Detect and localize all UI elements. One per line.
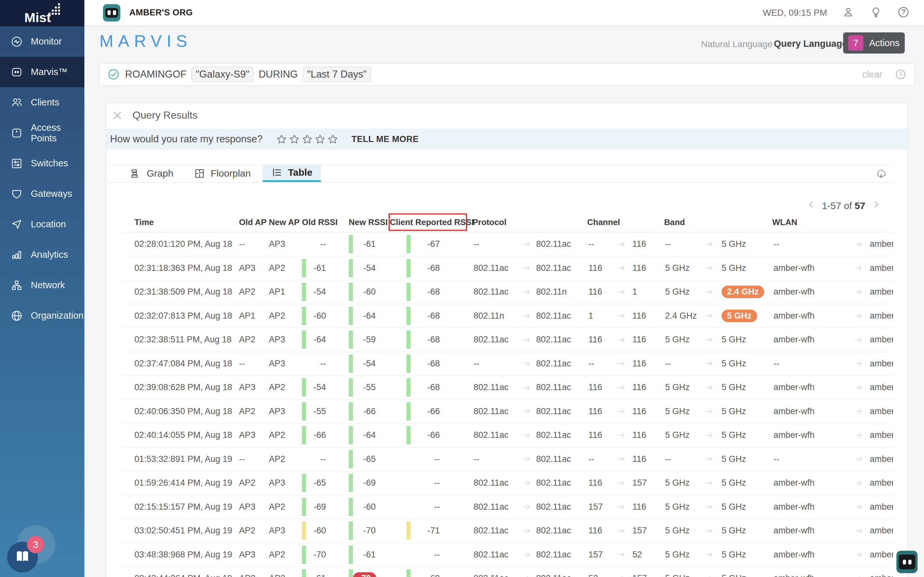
mode-natural-language[interactable]: Natural Language (701, 39, 772, 49)
transition-arrow-icon (696, 454, 722, 464)
transition-arrow-icon (847, 454, 870, 464)
transition-arrow-icon (847, 383, 870, 392)
org-avatar-bot-icon[interactable] (103, 4, 120, 21)
column-header-new-rssi[interactable]: New RSSI (349, 217, 388, 227)
sidebar-item-location[interactable]: Location (0, 209, 84, 239)
query-clear-button[interactable]: clear (862, 69, 882, 80)
sidebar-item-gateways[interactable]: Gateways (0, 179, 84, 209)
mist-logo[interactable]: Mist (0, 0, 84, 26)
column-header-protocol[interactable]: Protocol (473, 217, 506, 227)
person-icon[interactable] (842, 6, 855, 20)
cell-channel-new: 157 (632, 526, 661, 536)
cell-channel-new: 157 (632, 478, 661, 488)
column-header-old-ap[interactable]: Old AP (239, 217, 267, 227)
sidebar-item-analytics[interactable]: Analytics (0, 239, 84, 270)
cell-protocol-new: 802.11ac (536, 526, 578, 536)
star-icon[interactable] (327, 133, 339, 145)
cell-wlan-old: amber-wfh (774, 406, 847, 416)
rssi-bar (349, 569, 353, 577)
transition-arrow-icon (847, 239, 870, 249)
column-header-channel[interactable]: Channel (587, 217, 620, 227)
column-header-wlan[interactable]: WLAN (772, 217, 797, 227)
sidebar-item-access-points[interactable]: Access Points (0, 118, 84, 148)
history-clock-icon[interactable] (895, 68, 907, 81)
rssi-bar (349, 330, 353, 349)
transition-arrow-icon (517, 383, 536, 392)
table-row: 02:31:18:363 PM, Aug 18 AP3 AP2 -61 -54 … (122, 256, 893, 280)
star-icon[interactable] (301, 133, 313, 145)
sidebar-item-marvis[interactable]: Marvis™ (0, 57, 84, 87)
tab-table[interactable]: Table (263, 165, 320, 182)
rssi-bar (349, 498, 353, 516)
star-icon[interactable] (314, 133, 326, 145)
table-row: 03:02:50:451 PM, Aug 19 AP2 AP3 -60 -70 … (122, 519, 893, 543)
download-cloud-icon[interactable] (874, 167, 888, 181)
switches-icon (10, 157, 23, 170)
sidebar-item-organization[interactable]: Organization (0, 300, 84, 331)
cell-wlan-old: amber-wfh (774, 263, 847, 273)
cell-time: 01:53:32:891 PM, Aug 19 (122, 454, 231, 464)
cell-channel-old: 116 (578, 382, 610, 392)
gateways-icon (10, 187, 23, 200)
cell-new-rssi: -66 (326, 400, 376, 424)
column-header-band[interactable]: Band (664, 217, 685, 227)
query-chip-timerange[interactable]: "Last 7 Days" (303, 67, 371, 82)
cell-wlan-new: amber-wfh (870, 550, 893, 560)
cell-protocol-old: 802.11ac (440, 526, 517, 536)
page-prev-chevron-icon[interactable] (806, 200, 816, 211)
cell-protocol-new: 802.11ac (536, 550, 578, 560)
cell-band-new: 5 GHz (722, 406, 774, 416)
tab-graph[interactable]: Graph (121, 165, 182, 182)
transition-arrow-icon (517, 502, 536, 512)
column-header-new-ap[interactable]: New AP (269, 217, 300, 227)
table-row: 08:43:44:264 PM, Aug 19 AP2 AP3 -61 -70 … (122, 567, 893, 577)
tell-me-more-link[interactable]: TELL ME MORE (352, 134, 419, 144)
rssi-bar (407, 426, 411, 444)
sidebar-item-label: Analytics (31, 250, 68, 260)
sidebar-item-monitor[interactable]: Monitor (0, 26, 84, 57)
cell-wlan-new: amber-wfh (870, 287, 893, 297)
access-points-icon (10, 127, 23, 139)
cell-protocol-old: 802.11ac (440, 502, 517, 512)
actions-button[interactable]: 7 Actions (843, 32, 905, 53)
cell-channel-new: 116 (632, 382, 661, 392)
help-icon[interactable] (897, 6, 910, 20)
sidebar-item-label: Clients (31, 97, 59, 108)
star-icon[interactable] (288, 133, 300, 145)
cell-channel-old: 116 (578, 526, 610, 536)
floorplan-icon (194, 168, 205, 179)
column-header-old-rssi[interactable]: Old RSSI (302, 217, 338, 227)
cell-channel-new: 157 (632, 574, 661, 577)
transition-arrow-icon (696, 263, 722, 273)
cell-wlan-new: amber-wfh (870, 263, 893, 273)
query-chip-client[interactable]: "Galaxy-S9" (192, 67, 254, 82)
org-name[interactable]: AMBER'S ORG (129, 8, 193, 18)
cell-new-rssi: -61 (326, 543, 376, 567)
cell-channel-old: 116 (578, 406, 610, 416)
cell-old-ap: -- (231, 239, 267, 249)
sidebar-item-switches[interactable]: Switches (0, 148, 84, 179)
query-input[interactable]: ROAMINGOF "Galaxy-S9" DURING "Last 7 Day… (99, 63, 915, 85)
tab-floorplan[interactable]: Floorplan (186, 165, 259, 182)
mode-query-language[interactable]: Query Language (774, 39, 847, 49)
lightbulb-icon[interactable] (869, 6, 882, 20)
cell-wlan-old: amber-wfh (774, 526, 847, 536)
sidebar-item-clients[interactable]: Clients (0, 87, 84, 118)
marvis-bot-button[interactable] (897, 551, 918, 573)
close-icon[interactable] (112, 110, 123, 121)
query-keyword-during: DURING (258, 69, 298, 80)
cell-wlan-old: amber-wfh (774, 574, 847, 577)
column-header-time[interactable]: Time (134, 217, 153, 227)
sidebar: Mist MonitorMarvis™ClientsAccess PointsS… (0, 0, 84, 577)
organization-icon (10, 309, 23, 322)
cell-old-rssi: -66 (302, 424, 326, 447)
sidebar-item-network[interactable]: Network (0, 270, 84, 300)
cell-wlan-new: amber-wfh (870, 430, 893, 440)
cell-old-rssi: -61 (302, 567, 326, 577)
transition-arrow-icon (610, 383, 632, 392)
transition-arrow-icon (696, 526, 722, 536)
column-header-client-reported-rssi[interactable]: Client Reported RSSI (389, 213, 467, 231)
page-next-chevron-icon[interactable] (872, 200, 881, 211)
star-icon[interactable] (276, 133, 288, 145)
panel-title: Query Results (132, 109, 198, 121)
